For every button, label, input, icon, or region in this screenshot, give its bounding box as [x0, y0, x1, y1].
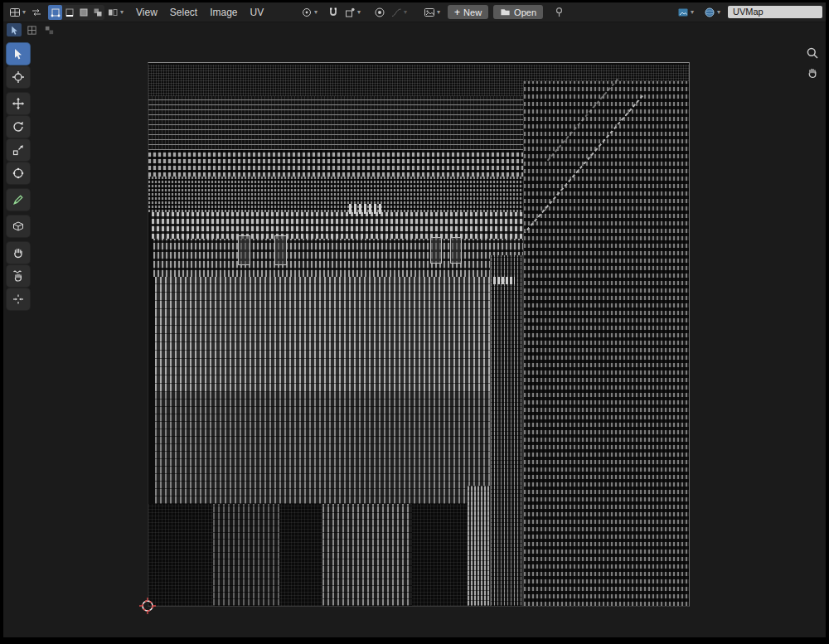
- rotate-icon: [12, 120, 25, 133]
- plus-icon: +: [454, 7, 460, 17]
- pinch-icon: [12, 293, 25, 306]
- new-image-label: New: [463, 7, 482, 17]
- image-icon: [424, 7, 435, 18]
- magnet-icon: [327, 7, 339, 18]
- uv-mesh-region-bottom-patch-3: [468, 486, 490, 606]
- tool-tweak-select[interactable]: [7, 43, 30, 65]
- scale-icon: [12, 143, 25, 157]
- face-mode-icon: [79, 7, 89, 17]
- sphere-icon: [704, 7, 715, 18]
- tool-popover-2[interactable]: [41, 23, 56, 36]
- tool-2d-cursor[interactable]: [7, 66, 30, 88]
- magnifier-icon: [806, 46, 819, 60]
- menu-view[interactable]: View: [136, 7, 158, 18]
- tweak-tool-icon: [9, 25, 20, 36]
- 2d-cursor[interactable]: [139, 598, 156, 614]
- island-mode-icon: [93, 7, 103, 17]
- new-image-button[interactable]: + New: [448, 5, 488, 19]
- open-image-button[interactable]: Open: [493, 5, 543, 19]
- uv-bright-rect-2: [274, 235, 287, 265]
- uv-select-mode-group: [48, 5, 104, 20]
- menubar: View Select Image UV: [136, 7, 264, 18]
- tool-rip-region[interactable]: [7, 215, 30, 237]
- chevron-down-icon: ▾: [437, 9, 440, 16]
- uv-mesh-region-bottom-patch-1: [213, 504, 279, 606]
- tool-grab[interactable]: [7, 242, 30, 264]
- uv-mesh-region-bright-band: [152, 212, 531, 239]
- menu-select[interactable]: Select: [170, 7, 197, 18]
- tool-move[interactable]: [7, 93, 30, 114]
- uv-mesh-region-middle-strip: [490, 255, 523, 606]
- select-mode-island[interactable]: [90, 5, 104, 20]
- uv-editor-header: ▾: [3, 2, 826, 22]
- header-left-cluster: ▾: [7, 2, 264, 22]
- sync-arrows-icon: [31, 7, 42, 18]
- annotate-pencil-icon: [12, 193, 25, 206]
- falloff-curve-icon: [390, 7, 402, 18]
- chevron-down-icon: ▾: [717, 9, 720, 16]
- header-right-cluster: ▾ ▾ UVMap: [675, 2, 822, 22]
- chevron-down-icon: ▾: [357, 9, 361, 16]
- squares-icon: [44, 25, 55, 36]
- relax-hand-icon: [12, 269, 25, 283]
- rip-region-icon: [12, 220, 25, 233]
- pin-image-toggle[interactable]: [551, 4, 567, 20]
- vertex-mode-icon: [51, 7, 61, 17]
- snap-toggle[interactable]: [325, 4, 342, 20]
- tool-popover-1[interactable]: [24, 23, 39, 36]
- chevron-down-icon: ▾: [120, 9, 124, 16]
- proportional-editing-toggle[interactable]: [371, 4, 388, 20]
- sticky-selection-icon: [107, 7, 119, 18]
- tool-annotate[interactable]: [7, 189, 30, 211]
- uv-texture-dropdown[interactable]: ▾: [701, 4, 723, 20]
- transform-icon: [12, 167, 25, 180]
- header-center-cluster: ▾ ▾: [298, 2, 567, 22]
- uv-bright-rect-4: [450, 237, 462, 264]
- uv-image-area[interactable]: [148, 62, 690, 607]
- display-channels-icon: [677, 7, 689, 18]
- uv-bright-cluster-2: [493, 277, 515, 284]
- browse-image-dropdown[interactable]: ▾: [421, 4, 443, 20]
- grid-icon: [27, 25, 37, 36]
- snap-target-icon: [344, 7, 356, 18]
- blender-window: ▾: [0, 0, 829, 644]
- tool-relax[interactable]: [7, 265, 30, 287]
- uvmap-name-field[interactable]: UVMap: [728, 6, 822, 18]
- snap-target-dropdown[interactable]: ▾: [342, 4, 363, 20]
- active-tool-indicator[interactable]: [7, 23, 22, 36]
- sticky-selection-dropdown[interactable]: ▾: [104, 4, 126, 20]
- chevron-down-icon: ▾: [691, 9, 694, 16]
- select-mode-face[interactable]: [76, 5, 90, 20]
- pan-gizmo[interactable]: [803, 64, 822, 82]
- tool-rotate[interactable]: [7, 116, 30, 138]
- proportional-falloff-dropdown[interactable]: ▾: [388, 4, 410, 20]
- uv-editor-icon: [9, 7, 21, 18]
- select-mode-edge[interactable]: [62, 5, 76, 20]
- chevron-down-icon: ▾: [404, 9, 407, 16]
- editor-type-dropdown[interactable]: ▾: [7, 4, 28, 20]
- uv-mesh-region-dash-rows: [148, 150, 534, 177]
- uv-mesh-region-rows: [148, 96, 534, 150]
- uv-mesh-region-stripes-lower: [155, 392, 490, 504]
- menu-image[interactable]: Image: [210, 7, 237, 18]
- pan-hand-icon: [806, 66, 819, 80]
- uv-bright-rect-3: [430, 237, 442, 264]
- uv-sync-selection-toggle[interactable]: [28, 4, 45, 20]
- tool-scale[interactable]: [7, 139, 30, 161]
- tool-pinch[interactable]: [7, 288, 30, 310]
- zoom-gizmo[interactable]: [803, 44, 822, 62]
- select-mode-vertex[interactable]: [48, 5, 62, 20]
- pivot-point-dropdown[interactable]: ▾: [298, 4, 320, 20]
- tweak-select-icon: [12, 47, 25, 61]
- tool-transform[interactable]: [7, 162, 30, 184]
- display-channels-dropdown[interactable]: ▾: [675, 4, 696, 20]
- 2d-cursor-icon: [12, 70, 25, 84]
- 2d-cursor-crosshair-icon: [139, 598, 156, 614]
- move-icon: [12, 97, 25, 110]
- open-image-label: Open: [514, 7, 536, 17]
- uv-mesh-region-bottom-patch-2: [322, 504, 412, 606]
- folder-icon: [500, 7, 511, 17]
- menu-uv[interactable]: UV: [250, 7, 264, 18]
- uv-bright-cluster-1: [349, 204, 384, 214]
- proportional-editing-icon: [374, 7, 385, 18]
